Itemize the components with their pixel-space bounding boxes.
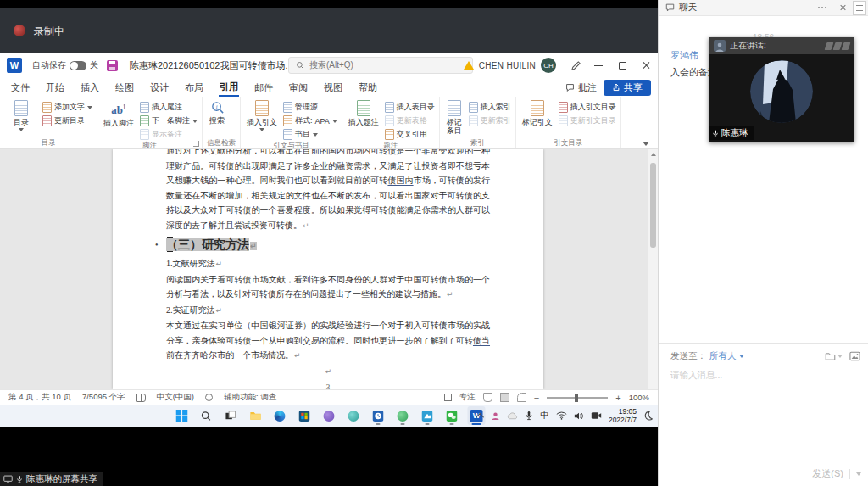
account-avatar[interactable]: CH (541, 58, 556, 73)
add-text-button[interactable]: 添加文字 (42, 102, 92, 113)
page-info[interactable]: 第 4 页，共 10 页 (8, 392, 71, 403)
insert-tof-button[interactable]: 插入表目录 (385, 102, 435, 113)
cross-reference-button[interactable]: 交叉引用 (385, 129, 435, 140)
send-button[interactable]: 发送(S) (812, 467, 843, 480)
cloud-icon[interactable] (507, 412, 518, 420)
send-options-icon[interactable] (856, 472, 861, 476)
manage-sources-button[interactable]: 管理源 (283, 102, 337, 113)
accessibility-status[interactable]: 辅助功能: 调查 (224, 392, 276, 403)
dialog-launcher-icon[interactable] (193, 141, 199, 147)
insert-caption-button[interactable]: 插入题注 (347, 99, 381, 126)
mark-entry-button[interactable]: 标记条目 (444, 99, 465, 135)
ribbon-tab[interactable]: 插入 (80, 80, 100, 96)
chat-history-button[interactable] (825, 352, 843, 361)
autosave-toggle[interactable]: 自动保存 关 (32, 59, 98, 71)
clock-app-icon[interactable] (370, 406, 387, 425)
zoom-out-button[interactable]: − (534, 393, 539, 403)
share-button[interactable]: 共享 (604, 80, 651, 96)
ribbon-tab[interactable]: 绘图 (114, 80, 135, 96)
task-view-icon[interactable] (222, 406, 240, 425)
insert-citation-button[interactable]: 插入引文 (245, 99, 279, 131)
moon-icon[interactable] (643, 411, 653, 421)
language-status[interactable]: 中文(中国) (157, 392, 194, 403)
person-tray-icon[interactable] (491, 411, 500, 421)
scroll-up-icon[interactable] (651, 153, 656, 156)
chat-send-area: 发送至： 所有人 请输入消息... 发送(S) (659, 343, 868, 486)
volume-icon[interactable] (574, 411, 584, 421)
search-input[interactable]: 搜索(Alt+Q) (288, 57, 473, 74)
warning-icon[interactable] (464, 61, 474, 70)
taskbar-search-icon[interactable] (198, 406, 215, 425)
menurow-right: 批注 共享 (565, 78, 651, 97)
chat-input[interactable]: 请输入消息... (670, 370, 868, 382)
ribbon-tab[interactable]: 帮助 (358, 80, 378, 96)
recording-bar: 录制中 (0, 8, 658, 53)
camera-icon[interactable] (591, 411, 602, 420)
ime-indicator[interactable]: 中 (540, 410, 549, 422)
ribbon-tab[interactable]: 布局 (184, 80, 204, 96)
insert-index-button[interactable]: 插入索引 (469, 102, 511, 113)
screenshot-icon[interactable] (849, 351, 860, 361)
zoom-level[interactable]: 100% (629, 393, 649, 402)
mark-citation-button[interactable]: 标记引文 (520, 99, 554, 126)
comments-button[interactable]: 批注 (565, 81, 597, 94)
statusbar-right: 专注 − + 100% (444, 392, 649, 403)
document-page[interactable]: 通过对上述文献的分析，可以看出在目前的国内市场内可转债是一个非常受欢迎的一种理财… (113, 149, 543, 389)
save-icon[interactable] (107, 60, 118, 71)
style-select[interactable]: 样式:APA (283, 115, 337, 126)
focus-label[interactable]: 专注 (459, 392, 476, 403)
more-options-icon[interactable] (816, 3, 828, 12)
edge-icon[interactable] (271, 406, 289, 425)
smart-search-button[interactable]: i 搜索 (207, 99, 227, 125)
insert-footnote-button[interactable]: ab1 插入脚注 (102, 99, 136, 127)
pen-icon[interactable] (565, 53, 587, 78)
minimize-button[interactable] (587, 53, 610, 78)
docs-app-icon[interactable] (419, 406, 437, 425)
word-count[interactable]: 7/5095 个字 (82, 392, 125, 403)
ribbon-tab[interactable]: 引用 (219, 79, 239, 97)
app-teal-icon[interactable] (345, 406, 363, 425)
print-layout-button[interactable] (500, 393, 509, 402)
store-icon[interactable] (296, 406, 314, 425)
chat-close-icon[interactable] (839, 4, 846, 11)
maximize-button[interactable] (610, 53, 634, 78)
file-explorer-icon[interactable] (247, 406, 264, 425)
start-button-icon[interactable] (173, 406, 191, 425)
send-to-dropdown[interactable]: 所有人 (709, 350, 744, 362)
document-title[interactable]: 陈惠琳202126050102我国可转债市场... (130, 59, 303, 72)
ribbon-tab[interactable]: 文件 (10, 80, 31, 96)
tray-clock[interactable]: 19:05 2022/7/7 (609, 407, 637, 424)
vertical-scrollbar[interactable] (648, 149, 658, 389)
ribbon-tab[interactable]: 开始 (45, 80, 65, 96)
toc-button[interactable]: 目录 (4, 99, 38, 131)
ribbon-group-research: i 搜索 信息检索 (203, 97, 241, 148)
wechat-icon[interactable] (443, 406, 461, 425)
insert-endnote-button[interactable]: 插入尾注 (140, 102, 198, 113)
close-button[interactable] (634, 53, 658, 78)
ribbon-tab[interactable]: 邮件 (253, 80, 274, 96)
wifi-icon[interactable] (556, 411, 567, 420)
next-footnote-button[interactable]: 下一条脚注 (140, 115, 198, 126)
bibliography-button[interactable]: 书目 (283, 129, 337, 140)
web-layout-button[interactable] (517, 393, 526, 402)
proofing-icon[interactable] (136, 394, 146, 402)
ribbon-tab[interactable]: 审阅 (288, 80, 309, 96)
zoom-in-button[interactable]: + (615, 393, 620, 403)
read-mode-button[interactable] (483, 393, 492, 402)
scrollbar-thumb[interactable] (650, 163, 656, 248)
panel-menu-icon[interactable] (853, 1, 866, 15)
insert-toa-button[interactable]: 插入引文目录 (559, 102, 616, 113)
update-toc-button[interactable]: 更新目录 (42, 115, 92, 126)
zoom-slider[interactable] (547, 397, 608, 399)
zoom-slider-thumb[interactable] (575, 394, 578, 402)
page-footer-number: 3 (113, 383, 543, 389)
account-name[interactable]: CHEN HUILIN (479, 61, 536, 70)
app-green-icon[interactable] (394, 406, 412, 425)
toggle-off-icon[interactable] (70, 61, 86, 70)
microphone-icon[interactable] (525, 411, 533, 421)
app-purple-icon[interactable] (320, 406, 338, 425)
ribbon-tab[interactable]: 设计 (149, 80, 170, 96)
ribbon-collapse-icon[interactable] (643, 142, 649, 146)
video-overlay[interactable]: 正在讲话: 陈惠琳 (709, 37, 854, 142)
ribbon-tab[interactable]: 视图 (323, 80, 343, 96)
